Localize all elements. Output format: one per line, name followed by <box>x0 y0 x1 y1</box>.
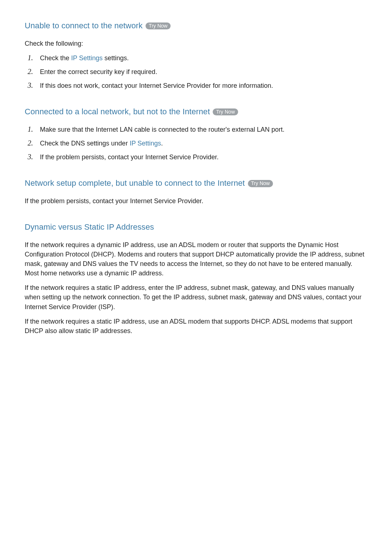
list-item: If the problem persists, contact your In… <box>28 152 367 162</box>
page-body: Unable to connect to the network Try Now… <box>0 0 392 375</box>
try-now-button[interactable]: Try Now <box>248 180 273 187</box>
heading-text: Network setup complete, but unable to co… <box>25 178 245 189</box>
paragraph: If the problem persists, contact your In… <box>25 196 367 206</box>
list-item: Check the IP Settings settings. <box>28 53 367 63</box>
ordered-list: Make sure that the Internet LAN cable is… <box>28 125 367 162</box>
list-item: If this does not work, contact your Inte… <box>28 81 367 90</box>
paragraph: If the network requires a static IP addr… <box>25 317 367 336</box>
section-setup-complete: Network setup complete, but unable to co… <box>25 178 367 206</box>
section-unable-to-connect: Unable to connect to the network Try Now… <box>25 20 367 90</box>
section-heading: Dynamic versus Static IP Addresses <box>25 222 367 233</box>
section-heading: Connected to a local network, but not to… <box>25 106 367 118</box>
heading-text: Unable to connect to the network <box>25 20 143 32</box>
list-item: Check the DNS settings under IP Settings… <box>28 139 367 148</box>
item-text: . <box>161 140 163 147</box>
paragraph: If the network requires a static IP addr… <box>25 283 367 311</box>
try-now-button[interactable]: Try Now <box>213 108 238 116</box>
heading-text: Connected to a local network, but not to… <box>25 106 210 118</box>
intro-text: Check the following: <box>25 39 367 48</box>
heading-text: Dynamic versus Static IP Addresses <box>25 222 154 233</box>
list-item: Enter the correct security key if requir… <box>28 67 367 77</box>
section-local-network: Connected to a local network, but not to… <box>25 106 367 162</box>
ordered-list: Check the IP Settings settings. Enter th… <box>28 53 367 90</box>
list-item: Make sure that the Internet LAN cable is… <box>28 125 367 134</box>
item-text: Enter the correct security key if requir… <box>40 68 157 75</box>
item-text: Make sure that the Internet LAN cable is… <box>40 126 285 133</box>
item-text: Check the DNS settings under <box>40 140 130 147</box>
item-text: If this does not work, contact your Inte… <box>40 82 273 89</box>
section-dynamic-static-ip: Dynamic versus Static IP Addresses If th… <box>25 222 367 336</box>
ip-settings-link[interactable]: IP Settings <box>71 54 103 62</box>
item-text: Check the <box>40 54 71 62</box>
section-heading: Network setup complete, but unable to co… <box>25 178 367 189</box>
section-heading: Unable to connect to the network Try Now <box>25 20 367 32</box>
item-text: If the problem persists, contact your In… <box>40 153 219 161</box>
ip-settings-link[interactable]: IP Settings <box>130 140 161 147</box>
item-text: settings. <box>103 54 129 62</box>
paragraph: If the network requires a dynamic IP add… <box>25 240 367 278</box>
try-now-button[interactable]: Try Now <box>146 22 171 30</box>
